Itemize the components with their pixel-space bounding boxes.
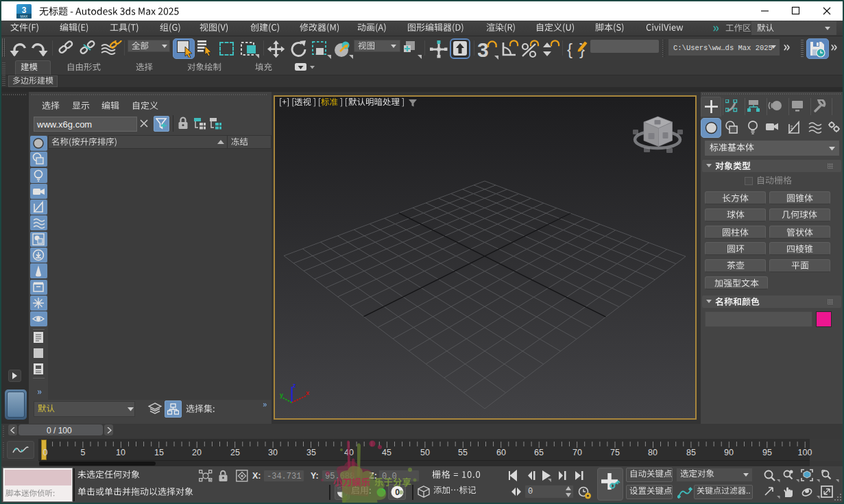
svg-text:3: 3	[22, 5, 27, 15]
svg-text:MAX: MAX	[21, 14, 29, 19]
svg-text:x: x	[306, 389, 309, 396]
svg-text:y: y	[280, 392, 283, 398]
svg-text:3: 3	[478, 39, 489, 60]
svg-text:{: {	[567, 40, 572, 58]
svg-text:z: z	[293, 382, 296, 389]
